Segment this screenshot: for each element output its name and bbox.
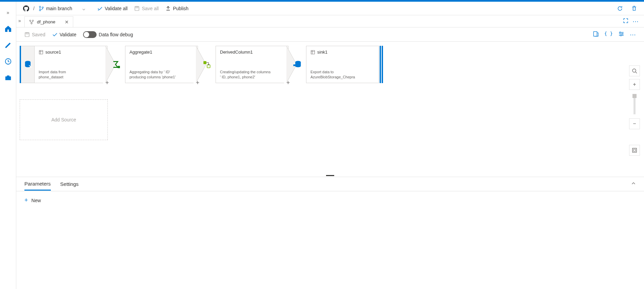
validate-all-label: Validate all bbox=[105, 6, 127, 11]
add-source-button[interactable]: Add Source bbox=[20, 99, 108, 140]
debug-toggle[interactable] bbox=[83, 31, 97, 38]
tab-settings[interactable]: Settings bbox=[60, 178, 79, 190]
node-aggregate1-desc-1: Aggregating data by ' ID' bbox=[129, 70, 194, 74]
maximize-icon[interactable] bbox=[623, 18, 628, 25]
tab-label: df_phone bbox=[37, 19, 55, 24]
settings-sliders-icon[interactable] bbox=[618, 31, 624, 38]
new-label: New bbox=[32, 198, 41, 203]
new-parameter-button[interactable]: + New bbox=[24, 197, 636, 204]
node-aggregate1[interactable]: Aggregate1 Aggregating data by ' ID' pro… bbox=[125, 46, 198, 83]
refresh-icon[interactable] bbox=[614, 3, 626, 14]
panel-resize-handle[interactable] bbox=[16, 174, 644, 177]
svg-point-3 bbox=[39, 6, 41, 7]
svg-rect-11 bbox=[25, 33, 29, 37]
json-icon[interactable]: { } bbox=[604, 31, 613, 38]
end-bracket-2 bbox=[382, 46, 383, 83]
zoom-out-icon[interactable]: − bbox=[629, 118, 640, 129]
svg-rect-20 bbox=[118, 66, 120, 68]
manage-icon[interactable] bbox=[0, 70, 16, 86]
left-nav: » bbox=[0, 2, 16, 289]
svg-point-10 bbox=[31, 23, 32, 24]
branch-name-label: main branch bbox=[46, 6, 72, 11]
svg-point-15 bbox=[622, 33, 623, 34]
node-derived1[interactable]: DerivedColumn1 Creating/updating the col… bbox=[216, 46, 288, 83]
flow-diagram: source1 Import data from phone_dataset +… bbox=[20, 46, 383, 83]
sheet-icon bbox=[310, 50, 315, 55]
fit-to-screen-icon[interactable] bbox=[629, 145, 640, 156]
action-bar: Saved Validate Data flow debug { } ⋯ bbox=[16, 27, 644, 42]
bottom-tabs: Parameters Settings bbox=[16, 177, 644, 191]
zoom-slider[interactable] bbox=[633, 94, 636, 114]
expand-nav-icon[interactable]: » bbox=[0, 4, 16, 21]
expand-panel-icon[interactable]: » bbox=[18, 18, 21, 23]
delete-icon[interactable] bbox=[628, 3, 640, 14]
node-sink1-desc-1: Export data to bbox=[310, 70, 375, 74]
node-source1[interactable]: source1 Import data from phone_dataset + bbox=[35, 46, 107, 83]
saved-indicator: Saved bbox=[24, 32, 45, 37]
debug-label: Data flow debug bbox=[99, 32, 133, 37]
validate-button[interactable]: Validate bbox=[52, 32, 77, 37]
end-bracket bbox=[380, 46, 381, 83]
zoom-in-icon[interactable]: + bbox=[629, 79, 640, 90]
validate-label: Validate bbox=[60, 32, 77, 37]
tab-df-phone[interactable]: df_phone ✕ bbox=[24, 16, 73, 27]
database-source-icon bbox=[23, 60, 33, 69]
search-canvas-icon[interactable] bbox=[629, 65, 640, 76]
node-source1-desc-2: phone_dataset bbox=[39, 75, 103, 79]
sheet-icon bbox=[39, 50, 43, 55]
svg-rect-29 bbox=[633, 149, 636, 151]
toolbar: / main branch ⌵ Validate all Save all Pu… bbox=[16, 2, 644, 15]
chevron-down-icon: ⌵ bbox=[82, 6, 85, 11]
derived-column-icon bbox=[201, 59, 212, 70]
svg-point-9 bbox=[32, 20, 34, 21]
save-all-button[interactable]: Save all bbox=[132, 3, 161, 14]
connector-2 bbox=[198, 46, 216, 83]
dataflow-canvas[interactable]: source1 Import data from phone_dataset +… bbox=[16, 42, 644, 174]
svg-point-16 bbox=[620, 35, 621, 36]
canvas-tools: + − bbox=[629, 65, 640, 156]
tab-strip: » df_phone ✕ ⋯ bbox=[16, 15, 644, 27]
more-icon[interactable]: ⋯ bbox=[632, 18, 639, 25]
author-icon[interactable] bbox=[0, 37, 16, 53]
branch-selector[interactable]: main branch ⌵ bbox=[36, 3, 88, 14]
svg-rect-28 bbox=[632, 148, 637, 152]
breadcrumb-separator: / bbox=[33, 6, 35, 11]
svg-rect-21 bbox=[203, 61, 206, 64]
svg-point-27 bbox=[632, 69, 636, 72]
more-actions-icon[interactable]: ⋯ bbox=[630, 31, 636, 38]
node-derived1-desc-2: ' ID, phone1, phone2' bbox=[220, 75, 284, 79]
connector-1 bbox=[107, 46, 125, 83]
svg-rect-6 bbox=[135, 6, 139, 11]
main-area: / main branch ⌵ Validate all Save all Pu… bbox=[16, 2, 644, 289]
svg-rect-13 bbox=[593, 32, 597, 36]
plus-icon: + bbox=[24, 197, 28, 204]
save-all-label: Save all bbox=[142, 6, 159, 11]
close-tab-icon[interactable]: ✕ bbox=[65, 19, 69, 25]
source-icon-column bbox=[21, 46, 35, 83]
svg-marker-18 bbox=[30, 66, 32, 68]
collapse-panel-icon[interactable] bbox=[631, 181, 636, 187]
tab-parameters[interactable]: Parameters bbox=[24, 178, 51, 191]
github-icon[interactable] bbox=[20, 3, 32, 14]
node-sink1-title: sink1 bbox=[317, 50, 327, 55]
bottom-panel: Parameters Settings + New bbox=[16, 177, 644, 289]
home-icon[interactable] bbox=[0, 21, 16, 37]
svg-point-4 bbox=[39, 9, 41, 11]
aggregate-icon bbox=[111, 59, 122, 70]
svg-rect-26 bbox=[311, 50, 315, 54]
node-sink1-desc-2: AzureBlobStorage_Chepra bbox=[310, 75, 375, 79]
sink-database-icon bbox=[292, 59, 303, 70]
node-derived1-desc-1: Creating/updating the columns bbox=[220, 70, 284, 74]
publish-label: Publish bbox=[173, 6, 188, 11]
node-derived1-title: DerivedColumn1 bbox=[220, 50, 253, 55]
validate-all-button[interactable]: Validate all bbox=[95, 3, 130, 14]
saved-label: Saved bbox=[32, 32, 45, 37]
publish-button[interactable]: Publish bbox=[163, 3, 191, 14]
monitor-icon[interactable] bbox=[0, 53, 16, 70]
debug-toggle-wrap: Data flow debug bbox=[83, 31, 133, 38]
script-icon[interactable] bbox=[593, 31, 599, 38]
add-source-label: Add Source bbox=[51, 117, 76, 122]
node-sink1[interactable]: sink1 Export data to AzureBlobStorage_Ch… bbox=[306, 46, 379, 83]
dataflow-icon bbox=[29, 19, 34, 25]
svg-point-14 bbox=[620, 32, 621, 33]
